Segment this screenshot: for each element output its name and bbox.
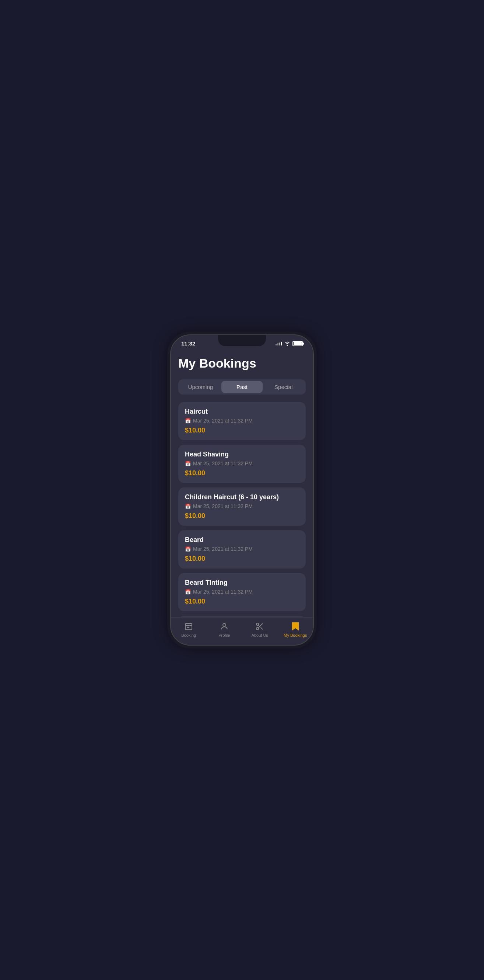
nav-item-booking[interactable]: Booking <box>171 621 206 638</box>
booking-date: 📅Mar 25, 2021 at 11:32 PM <box>185 418 299 424</box>
calendar-icon: 📅 <box>185 546 191 552</box>
svg-point-8 <box>256 627 259 630</box>
calendar-icon: 📅 <box>185 504 191 509</box>
svg-point-6 <box>223 624 226 627</box>
booking-title: Beard <box>185 536 299 544</box>
booking-price: $10.00 <box>185 512 299 520</box>
phone-screen: 11:32 My Bookings <box>171 335 313 645</box>
booking-card[interactable]: Children Haircut (6 - 10 years)📅Mar 25, … <box>178 487 306 526</box>
booking-price: $10.00 <box>185 426 299 434</box>
booking-date: 📅Mar 25, 2021 at 11:32 PM <box>185 546 299 552</box>
svg-line-11 <box>258 625 260 627</box>
booking-title: Beard Tinting <box>185 579 299 587</box>
svg-rect-0 <box>185 624 192 630</box>
svg-rect-4 <box>187 627 188 628</box>
booking-date: 📅Mar 25, 2021 at 11:32 PM <box>185 460 299 466</box>
notch <box>218 335 266 346</box>
nav-label-profile: Profile <box>218 633 230 638</box>
profile-nav-icon <box>219 621 230 632</box>
status-time: 11:32 <box>181 340 195 347</box>
calendar-icon: 📅 <box>185 589 191 595</box>
booking-date: 📅Mar 25, 2021 at 11:32 PM <box>185 503 299 509</box>
nav-label-booking: Booking <box>181 633 196 638</box>
booking-price: $10.00 <box>185 555 299 563</box>
page-title: My Bookings <box>178 356 306 371</box>
bottom-nav: Booking Profile <box>171 617 313 645</box>
tab-past[interactable]: Past <box>221 381 263 393</box>
booking-title: Haircut <box>185 408 299 415</box>
booking-card[interactable]: Beard Tinting📅Mar 25, 2021 at 11:32 PM$1… <box>178 573 306 611</box>
booking-card[interactable]: Beard📅Mar 25, 2021 at 11:32 PM$10.00 <box>178 530 306 568</box>
booking-price: $10.00 <box>185 598 299 605</box>
nav-label-about-us: About Us <box>252 633 268 638</box>
scissors-nav-icon <box>254 621 265 632</box>
booking-price: $10.00 <box>185 469 299 477</box>
battery-icon <box>292 341 303 346</box>
signal-dots-icon <box>276 342 282 345</box>
calendar-icon: 📅 <box>185 418 191 424</box>
tab-bar: Upcoming Past Special <box>178 379 306 395</box>
bookmark-nav-icon <box>290 621 301 632</box>
booking-nav-icon <box>183 621 194 632</box>
svg-rect-5 <box>188 627 189 628</box>
status-icons <box>276 341 303 346</box>
booking-card[interactable]: Haircut📅Mar 25, 2021 at 11:32 PM$10.00 <box>178 402 306 440</box>
main-content: My Bookings Upcoming Past Special Haircu… <box>171 349 313 617</box>
nav-label-my-bookings: My Bookings <box>284 633 307 638</box>
booking-title: Children Haircut (6 - 10 years) <box>185 493 299 501</box>
booking-list: Haircut📅Mar 25, 2021 at 11:32 PM$10.00He… <box>178 402 306 617</box>
svg-point-7 <box>256 623 259 625</box>
booking-date: 📅Mar 25, 2021 at 11:32 PM <box>185 589 299 595</box>
nav-item-profile[interactable]: Profile <box>206 621 242 638</box>
nav-item-my-bookings[interactable]: My Bookings <box>278 621 313 638</box>
svg-line-10 <box>261 627 263 629</box>
wifi-icon <box>284 341 290 346</box>
tab-upcoming[interactable]: Upcoming <box>180 381 221 393</box>
nav-item-about-us[interactable]: About Us <box>242 621 278 638</box>
calendar-icon: 📅 <box>185 461 191 466</box>
booking-card[interactable]: Head Shaving📅Mar 25, 2021 at 11:32 PM$10… <box>178 445 306 483</box>
status-bar: 11:32 <box>171 335 313 349</box>
phone-frame: 11:32 My Bookings <box>170 334 314 646</box>
tab-special[interactable]: Special <box>263 381 304 393</box>
booking-title: Head Shaving <box>185 450 299 458</box>
